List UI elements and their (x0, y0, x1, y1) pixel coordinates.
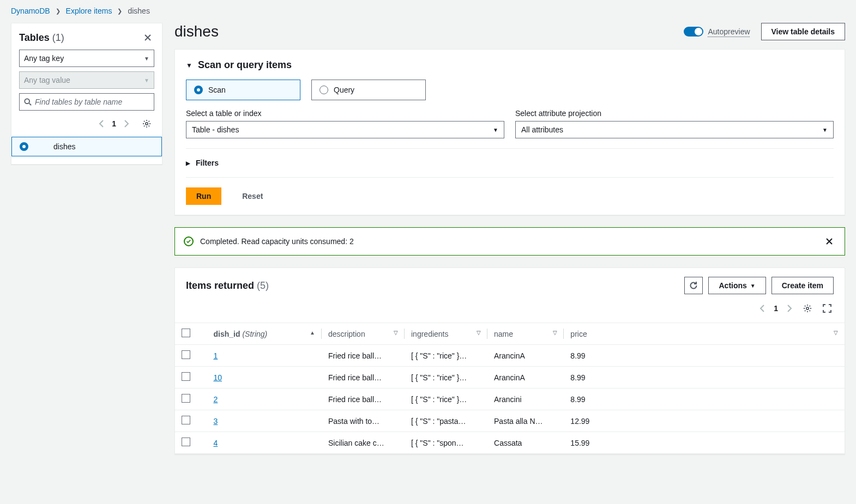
scan-query-accordion[interactable]: ▼ Scan or query items (186, 59, 834, 71)
cell-description: Sicilian cake c… (322, 432, 405, 454)
svg-point-2 (806, 307, 809, 309)
cell-name: ArancinA (487, 345, 564, 367)
table-select-value: Table - dishes (192, 125, 239, 134)
gear-icon[interactable] (140, 117, 153, 130)
column-header-name[interactable]: name ▽ (487, 323, 564, 345)
breadcrumb-explore[interactable]: Explore items (66, 7, 112, 15)
projection-field-label: Select attribute projection (515, 109, 834, 118)
scan-label: Scan (208, 86, 226, 94)
status-banner: Completed. Read capacity units consumed:… (174, 227, 845, 256)
results-header-text: Items returned (186, 280, 254, 291)
item-id-link[interactable]: 1 (213, 351, 218, 360)
scan-query-header: Scan or query items (198, 59, 292, 71)
cell-name: Cassata (487, 432, 564, 454)
caret-down-icon: ▼ (750, 283, 756, 289)
row-checkbox[interactable] (182, 438, 190, 446)
filters-label: Filters (196, 159, 219, 167)
toggle-on-icon (684, 27, 703, 37)
create-item-button[interactable]: Create item (771, 277, 834, 294)
autopreview-toggle[interactable]: Autopreview (684, 27, 750, 37)
radio-selected-icon (194, 86, 203, 94)
table-search[interactable] (19, 93, 154, 111)
tag-value-select-value: Any tag value (24, 76, 70, 84)
cell-name: ArancinA (487, 367, 564, 388)
cell-ingredients: [ { "S" : "rice" }… (405, 345, 487, 367)
sidebar-page-number: 1 (112, 119, 116, 128)
filters-accordion[interactable]: ▶ Filters (186, 159, 834, 167)
select-all-checkbox[interactable] (182, 329, 190, 337)
dismiss-banner-button[interactable] (823, 235, 836, 248)
refresh-button[interactable] (684, 277, 703, 294)
autopreview-label: Autopreview (708, 27, 750, 36)
sort-asc-icon: ▲ (310, 330, 315, 336)
cell-name: Pasta alla N… (487, 410, 564, 432)
query-radio[interactable]: Query (311, 80, 426, 100)
next-page-icon[interactable] (122, 118, 131, 130)
column-header-price[interactable]: price ▽ (564, 323, 845, 345)
page-title: dishes (174, 23, 219, 40)
row-checkbox[interactable] (182, 394, 190, 403)
scan-radio[interactable]: Scan (186, 80, 300, 100)
col-price-label: price (570, 330, 587, 338)
item-id-link[interactable]: 3 (213, 417, 218, 426)
tag-key-select-value: Any tag key (24, 54, 64, 63)
breadcrumb: DynamoDB ❯ Explore items ❯ dishes (11, 0, 845, 23)
results-prev-page[interactable] (757, 302, 767, 314)
prev-page-icon[interactable] (97, 118, 106, 130)
status-message: Completed. Read capacity units consumed:… (200, 237, 816, 246)
cell-ingredients: [ { "S" : "rice" }… (405, 388, 487, 410)
run-button[interactable]: Run (186, 187, 221, 205)
breadcrumb-current: dishes (128, 7, 149, 15)
results-table: dish_id (String) ▲ description ▽ ingredi… (175, 323, 845, 454)
column-header-ingredients[interactable]: ingredients ▽ (405, 323, 487, 345)
column-header-id[interactable]: dish_id (String) ▲ (207, 323, 322, 345)
caret-down-icon: ▼ (144, 77, 149, 83)
item-id-link[interactable]: 10 (213, 373, 222, 382)
table-item-label: dishes (53, 142, 75, 151)
cell-ingredients: [ { "S" : "spon… (405, 432, 487, 454)
item-id-link[interactable]: 2 (213, 395, 218, 404)
caret-down-icon: ▼ (186, 62, 192, 69)
gear-icon[interactable] (801, 302, 814, 315)
table-row: 4Sicilian cake c…[ { "S" : "spon…Cassata… (175, 432, 845, 454)
cell-price: 8.99 (564, 388, 845, 410)
table-row: 10Fried rice ball…[ { "S" : "rice" }…Ara… (175, 367, 845, 388)
sidebar-count: (1) (52, 32, 64, 43)
reset-button[interactable]: Reset (232, 187, 273, 205)
results-header: Items returned (5) (186, 280, 269, 292)
svg-point-1 (146, 123, 148, 125)
row-checkbox[interactable] (182, 372, 190, 381)
results-next-page[interactable] (785, 302, 794, 314)
table-search-input[interactable] (35, 98, 149, 106)
sidebar-title: Tables (1) (19, 32, 64, 44)
item-id-link[interactable]: 4 (213, 439, 218, 447)
actions-dropdown[interactable]: Actions ▼ (708, 277, 765, 294)
caret-down-icon: ▼ (493, 127, 498, 133)
breadcrumb-root[interactable]: DynamoDB (11, 7, 50, 15)
cell-price: 15.99 (564, 432, 845, 454)
tag-value-select: Any tag value ▼ (19, 71, 154, 89)
table-item-dishes[interactable]: dishes (11, 137, 162, 156)
cell-description: Fried rice ball… (322, 388, 405, 410)
cell-name: Arancini (487, 388, 564, 410)
projection-select[interactable]: All attributes ▼ (515, 121, 834, 138)
col-id-type: (String) (242, 330, 267, 338)
column-header-description[interactable]: description ▽ (322, 323, 405, 345)
fullscreen-icon[interactable] (821, 302, 834, 315)
close-icon[interactable] (141, 31, 154, 44)
view-table-details-button[interactable]: View table details (761, 23, 845, 40)
col-name-label: name (494, 330, 513, 338)
table-row: 2Fried rice ball…[ { "S" : "rice" }…Aran… (175, 388, 845, 410)
actions-label: Actions (719, 281, 746, 290)
row-checkbox[interactable] (182, 416, 190, 424)
radio-unselected-icon (320, 86, 328, 94)
row-checkbox[interactable] (182, 350, 190, 359)
cell-description: Fried rice ball… (322, 367, 405, 388)
cell-description: Fried rice ball… (322, 345, 405, 367)
svg-point-0 (25, 99, 29, 104)
table-select[interactable]: Table - dishes ▼ (186, 121, 504, 138)
tag-key-select[interactable]: Any tag key ▼ (19, 50, 154, 67)
cell-ingredients: [ { "S" : "rice" }… (405, 367, 487, 388)
cell-ingredients: [ { "S" : "pasta… (405, 410, 487, 432)
caret-down-icon: ▼ (822, 127, 828, 133)
